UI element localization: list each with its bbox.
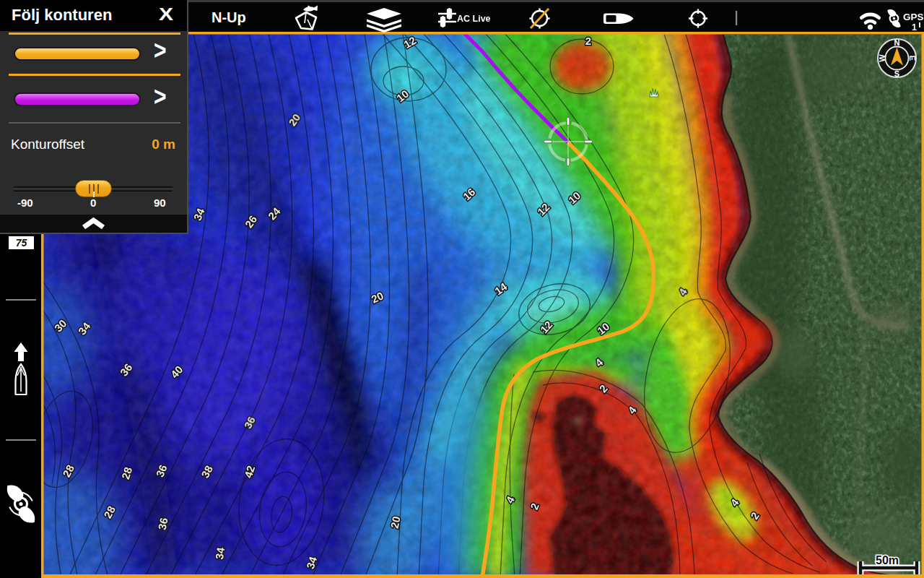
svg-text:50m: 50m — [876, 554, 899, 566]
svg-text:34: 34 — [213, 546, 227, 561]
svg-text:2: 2 — [585, 35, 591, 47]
svg-text:S: S — [894, 69, 899, 78]
svg-text:20: 20 — [388, 515, 402, 530]
svg-text:36: 36 — [155, 517, 170, 531]
svg-text:N: N — [894, 38, 900, 47]
svg-text:E: E — [908, 56, 917, 61]
svg-text:AC Live: AC Live — [457, 14, 491, 24]
svg-text:GPS: GPS — [903, 12, 924, 22]
svg-text:W: W — [878, 54, 886, 62]
svg-text:1: 1 — [912, 22, 917, 33]
